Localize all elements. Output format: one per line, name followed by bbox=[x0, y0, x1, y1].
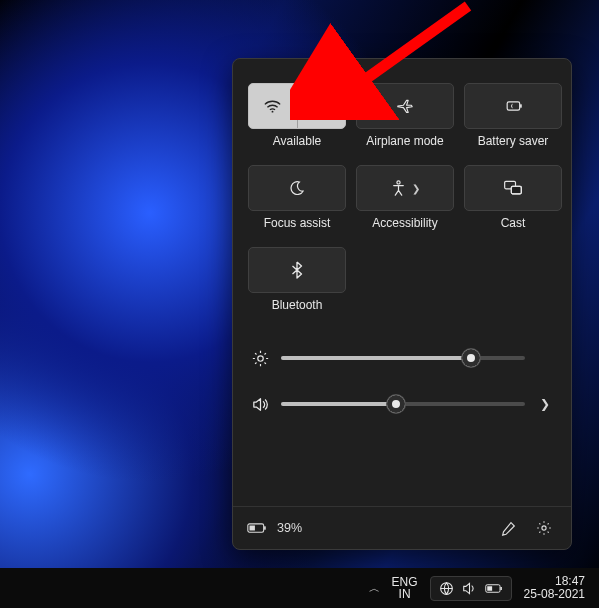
chevron-right-icon: ❯ bbox=[315, 97, 328, 115]
accessibility-tile[interactable]: ❯ bbox=[356, 165, 454, 211]
brightness-slider[interactable] bbox=[281, 356, 525, 360]
bluetooth-icon bbox=[291, 261, 303, 279]
svg-point-3 bbox=[396, 181, 399, 184]
quick-settings-grid: ❯ Available Airplane mode bbox=[233, 59, 571, 325]
volume-tray-icon bbox=[462, 582, 477, 595]
bluetooth-tile-label: Bluetooth bbox=[272, 299, 323, 311]
svg-rect-15 bbox=[500, 587, 502, 590]
svg-point-7 bbox=[257, 355, 262, 360]
wifi-tile-label: Available bbox=[273, 135, 321, 147]
volume-expand-button[interactable]: ❯ bbox=[537, 397, 553, 411]
wifi-icon bbox=[264, 100, 281, 113]
tray-overflow-button[interactable]: ︿ bbox=[369, 581, 380, 596]
airplane-tile-label: Airplane mode bbox=[366, 135, 443, 147]
edit-quick-settings-button[interactable] bbox=[495, 515, 521, 541]
wifi-expand-button[interactable]: ❯ bbox=[297, 84, 346, 128]
wifi-tile[interactable]: ❯ bbox=[248, 83, 346, 129]
cast-tile[interactable] bbox=[464, 165, 562, 211]
svg-point-0 bbox=[272, 110, 274, 112]
svg-rect-2 bbox=[520, 104, 522, 107]
svg-rect-9 bbox=[264, 526, 266, 529]
svg-rect-10 bbox=[250, 526, 255, 531]
focus-assist-tile-label: Focus assist bbox=[264, 217, 331, 229]
lang-line2: IN bbox=[392, 588, 418, 600]
wifi-toggle[interactable] bbox=[249, 84, 297, 128]
accessibility-tile-label: Accessibility bbox=[372, 217, 437, 229]
airplane-icon bbox=[396, 98, 414, 114]
svg-rect-1 bbox=[507, 102, 520, 110]
battery-saver-tile-label: Battery saver bbox=[478, 135, 549, 147]
svg-rect-16 bbox=[487, 586, 492, 591]
battery-saver-icon bbox=[503, 99, 523, 113]
battery-saver-tile[interactable] bbox=[464, 83, 562, 129]
accessibility-icon bbox=[391, 180, 406, 196]
cast-tile-label: Cast bbox=[501, 217, 526, 229]
network-icon bbox=[439, 581, 454, 596]
clock[interactable]: 18:47 25-08-2021 bbox=[524, 575, 585, 601]
taskbar: ︿ ENG IN 18:47 25-08-2021 bbox=[0, 568, 599, 608]
svg-rect-5 bbox=[511, 186, 521, 194]
sliders-section: ❯ ❯ bbox=[233, 325, 571, 427]
airplane-mode-tile[interactable] bbox=[356, 83, 454, 129]
moon-icon bbox=[289, 180, 305, 196]
panel-footer: 39% bbox=[233, 506, 571, 549]
focus-assist-tile[interactable] bbox=[248, 165, 346, 211]
battery-tray-icon bbox=[485, 583, 503, 594]
volume-icon bbox=[251, 397, 269, 412]
battery-percent-text: 39% bbox=[277, 521, 302, 535]
brightness-row: ❯ bbox=[251, 335, 553, 381]
language-indicator[interactable]: ENG IN bbox=[392, 576, 418, 600]
clock-date: 25-08-2021 bbox=[524, 588, 585, 601]
chevron-right-icon: ❯ bbox=[412, 183, 420, 194]
volume-row: ❯ bbox=[251, 381, 553, 427]
cast-icon bbox=[503, 180, 523, 196]
battery-icon bbox=[247, 522, 267, 534]
bluetooth-tile[interactable] bbox=[248, 247, 346, 293]
quick-settings-panel: ❯ Available Airplane mode bbox=[232, 58, 572, 550]
system-tray[interactable] bbox=[430, 576, 512, 601]
volume-slider[interactable] bbox=[281, 402, 525, 406]
svg-point-11 bbox=[542, 526, 546, 530]
settings-button[interactable] bbox=[531, 515, 557, 541]
brightness-icon bbox=[251, 350, 269, 367]
